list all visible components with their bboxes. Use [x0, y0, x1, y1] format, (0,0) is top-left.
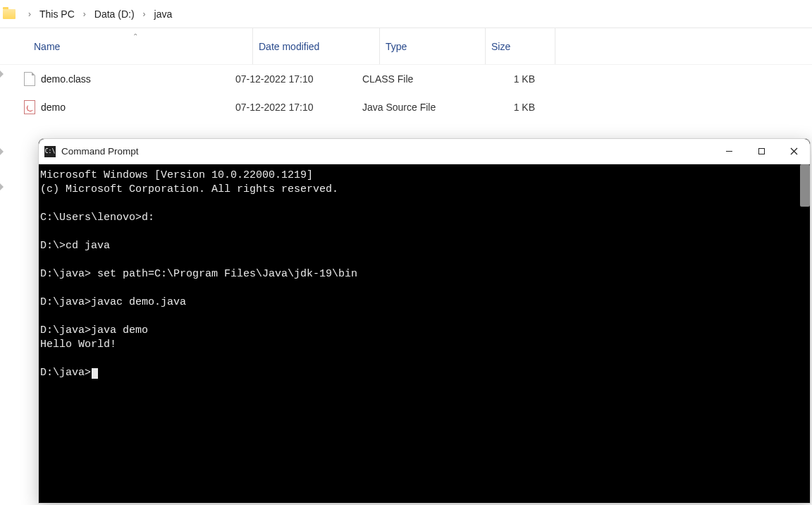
column-header-size-label: Size: [491, 41, 510, 52]
close-button[interactable]: [777, 139, 810, 164]
file-name: demo: [41, 102, 66, 113]
file-type: Java Source File: [362, 102, 486, 113]
file-type-icon: [24, 100, 35, 114]
column-header-name[interactable]: Name ⌃: [34, 41, 252, 52]
chevron-right-icon[interactable]: ›: [143, 9, 146, 19]
command-prompt-window: C:\ Command Prompt Microsoft Windows [Ve…: [38, 138, 811, 504]
file-date: 07-12-2022 17:10: [235, 102, 362, 113]
file-date: 07-12-2022 17:10: [235, 73, 362, 85]
column-header-name-label: Name: [34, 41, 60, 52]
column-header-date[interactable]: Date modified: [252, 28, 379, 64]
maximize-button[interactable]: [745, 139, 777, 164]
cmd-titlebar[interactable]: C:\ Command Prompt: [39, 139, 810, 164]
breadcrumb-seg-2[interactable]: java: [152, 6, 176, 23]
file-row[interactable]: demo.class07-12-2022 17:10CLASS File1 KB: [0, 65, 812, 93]
column-header-date-label: Date modified: [259, 41, 319, 52]
column-header-type-label: Type: [386, 41, 407, 52]
nav-pane-grips: [0, 49, 6, 261]
close-icon: [790, 147, 798, 155]
file-type: CLASS File: [362, 73, 486, 85]
folder-icon: [3, 9, 16, 19]
terminal-cursor: [92, 368, 98, 379]
cmd-terminal-output[interactable]: Microsoft Windows [Version 10.0.22000.12…: [39, 164, 810, 503]
minimize-button[interactable]: [713, 139, 745, 164]
column-header-row: Name ⌃ Date modified Type Size: [0, 28, 812, 65]
file-type-icon: [24, 72, 35, 86]
file-row[interactable]: demo07-12-2022 17:10Java Source File1 KB: [0, 93, 812, 121]
file-size: 1 KB: [486, 102, 535, 113]
cmd-scrollbar-thumb[interactable]: [800, 164, 810, 207]
cmd-title: Command Prompt: [61, 146, 713, 157]
file-size: 1 KB: [486, 73, 535, 85]
column-header-type[interactable]: Type: [379, 28, 485, 64]
maximize-icon: [758, 147, 765, 155]
breadcrumb-seg-0[interactable]: This PC: [37, 6, 78, 23]
sort-ascending-icon: ⌃: [133, 32, 138, 40]
breadcrumb[interactable]: › This PC › Data (D:) › java: [0, 0, 812, 28]
minimize-icon: [725, 147, 733, 155]
file-name: demo.class: [41, 73, 91, 85]
svg-rect-1: [758, 149, 764, 154]
breadcrumb-seg-1[interactable]: Data (D:): [92, 6, 137, 23]
chevron-right-icon[interactable]: ›: [28, 9, 31, 19]
chevron-right-icon[interactable]: ›: [83, 9, 86, 19]
file-list: demo.class07-12-2022 17:10CLASS File1 KB…: [0, 65, 812, 121]
column-header-size[interactable]: Size: [485, 28, 555, 64]
cmd-app-icon: C:\: [44, 146, 56, 157]
